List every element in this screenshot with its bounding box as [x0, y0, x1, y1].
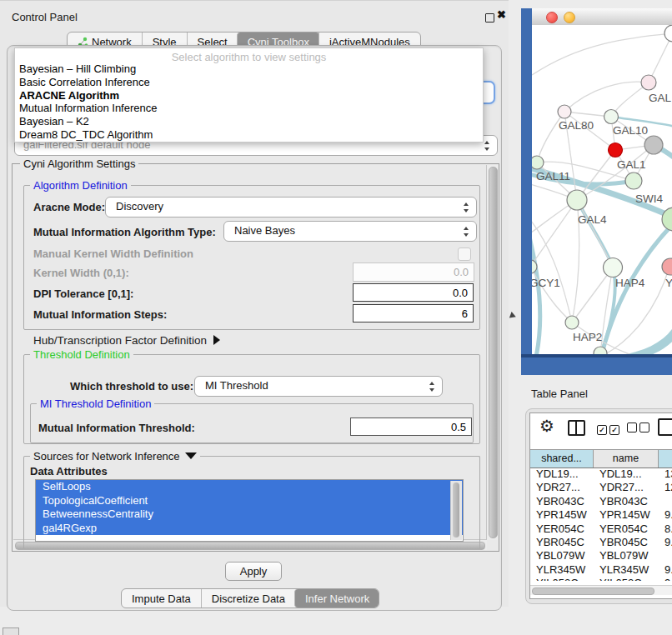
table-row[interactable]: YPR145WYPR145W9.: [530, 508, 672, 522]
close-traffic-light-icon[interactable]: [546, 12, 558, 23]
network-window-titlebar[interactable]: [532, 8, 672, 26]
attribute-item[interactable]: gal4RGexp: [36, 522, 463, 536]
algorithm-option[interactable]: Basic Correlation Inference: [15, 76, 483, 89]
table-row[interactable]: YDL19...YDL19...13: [530, 468, 672, 481]
algorithm-option[interactable]: Bayesian – Hill Climbing: [15, 62, 483, 76]
table-cell: [659, 549, 672, 562]
hub-definition-toggle[interactable]: Hub/Transcription Factor Definition: [33, 334, 220, 347]
table-row[interactable]: YBL079WYBL079W: [530, 549, 672, 562]
network-node[interactable]: [558, 105, 571, 118]
combo-spinner-icon: [429, 381, 436, 392]
node-table: ⚙ ✓✓ shared...name YDL19...YDL19...13YDR…: [529, 412, 672, 599]
mi-steps-field[interactable]: 6: [353, 304, 474, 322]
dpi-tolerance-field[interactable]: 0.0: [353, 283, 474, 302]
network-node[interactable]: [532, 156, 544, 169]
node-label: GAL11: [536, 170, 570, 182]
kernel-width-field[interactable]: 0.0: [353, 262, 474, 282]
network-node[interactable]: [664, 25, 672, 42]
network-node[interactable]: [662, 258, 672, 275]
minimize-traffic-light-icon[interactable]: [564, 12, 575, 23]
tab-label: Discretize Data: [212, 592, 285, 605]
minimized-window-icon[interactable]: [3, 628, 19, 635]
aracne-mode-label: Aracne Mode:: [33, 201, 105, 213]
table-cell: [659, 495, 672, 508]
table-cell: YDR27...: [530, 481, 594, 494]
table-cell: 8.: [659, 522, 672, 536]
network-node[interactable]: [567, 190, 587, 210]
data-attributes-list[interactable]: SelfLoopsTopologicalCoefficientBetweenne…: [35, 479, 464, 542]
table-row[interactable]: YIL052CYIL052C9: [530, 577, 672, 581]
network-node[interactable]: [644, 136, 663, 154]
mi-type-label: Mutual Information Algorithm Type:: [33, 226, 216, 238]
mi-type-combo[interactable]: Naive Bayes: [223, 221, 477, 242]
gear-icon[interactable]: ⚙: [539, 416, 554, 436]
table-cell: 9.: [659, 536, 672, 549]
table-cell: YBR045C: [530, 536, 594, 549]
tab-impute-data[interactable]: Impute Data: [122, 589, 201, 608]
data-attributes-label: Data Attributes: [30, 465, 108, 478]
network-node[interactable]: [604, 258, 623, 278]
split-view-icon[interactable]: [568, 420, 585, 436]
network-node[interactable]: [641, 75, 656, 90]
network-window-bottom-edge: [521, 354, 672, 358]
network-node[interactable]: [625, 172, 642, 189]
manual-kernel-label: Manual Kernel Width Definition: [33, 248, 193, 260]
combo-spinner-icon: [463, 202, 470, 213]
table-row[interactable]: YER054CYER054C8.: [530, 522, 672, 536]
which-threshold-combo[interactable]: MI Threshold: [194, 376, 443, 397]
network-canvas[interactable]: GALGAL80GAL10GAL1GAL11SWI4GAL4GCY1HAP4YH…: [532, 25, 672, 354]
apply-button[interactable]: Apply: [225, 562, 282, 581]
algorithm-option[interactable]: Mutual Information Inference: [15, 102, 483, 115]
control-panel-title: Control Panel: [12, 11, 78, 23]
column-header[interactable]: shared...: [530, 450, 594, 468]
screen: Control Panel ✖ NetworkStyleSelectCyni T…: [0, 0, 672, 635]
table-cell: YDL19...: [594, 468, 659, 481]
aracne-mode-combo[interactable]: Discovery: [105, 197, 477, 218]
node-label: GAL4: [578, 213, 607, 226]
tab-label: Impute Data: [132, 592, 191, 605]
table-cell: YBL079W: [530, 549, 594, 562]
combo-spinner-icon: [463, 226, 470, 238]
zoom-traffic-light-icon[interactable]: [581, 12, 591, 22]
mouse-cursor: [509, 312, 517, 320]
threshold-definition-title: Threshold Definition: [30, 348, 133, 361]
table-row[interactable]: YBR043CYBR043C: [530, 495, 672, 508]
network-node[interactable]: [604, 110, 619, 124]
tab-infer-network[interactable]: Infer Network: [294, 589, 379, 608]
tab-discretize-data[interactable]: Discretize Data: [201, 589, 295, 608]
mi-threshold-field[interactable]: 0.5: [350, 418, 472, 436]
algorithm-option[interactable]: Dream8 DC_TDC Algorithm: [15, 128, 483, 142]
network-node[interactable]: [609, 143, 623, 158]
table-row[interactable]: YDR27...YDR27...12: [530, 481, 672, 494]
algorithm-option[interactable]: Bayesian – K2: [15, 115, 483, 128]
deselect-all-columns-icon[interactable]: [627, 422, 652, 435]
which-threshold-value: MI Threshold: [195, 379, 268, 392]
table-cell: YPR145W: [530, 508, 594, 522]
select-all-columns-icon[interactable]: ✓✓: [597, 422, 622, 435]
table-body: YDL19...YDL19...13YDR27...YDR27...12YBR0…: [530, 468, 672, 581]
collapse-arrow-icon: [185, 452, 197, 459]
algorithm-option[interactable]: ARACNE Algorithm: [15, 89, 483, 102]
attributes-scrollbar[interactable]: [450, 481, 462, 540]
manual-kernel-checkbox[interactable]: [458, 248, 471, 261]
export-table-icon[interactable]: [658, 418, 672, 436]
table-horizontal-scrollbar[interactable]: [530, 585, 672, 595]
attribute-item[interactable]: TopologicalCoefficient: [36, 494, 463, 508]
algorithm-definition-title: Algorithm Definition: [30, 179, 131, 192]
float-window-icon[interactable]: [485, 13, 494, 22]
close-icon[interactable]: ✖: [497, 8, 506, 21]
table-row[interactable]: YBR045CYBR045C9.: [530, 536, 672, 549]
column-header[interactable]: [659, 450, 672, 468]
table-row[interactable]: YLR345WYLR345W9.: [530, 563, 672, 577]
column-header[interactable]: name: [594, 450, 659, 468]
table-header-row: shared...name: [530, 449, 672, 468]
settings-vertical-scrollbar[interactable]: [486, 165, 498, 540]
node-label: GAL1: [617, 158, 646, 171]
table-cell: YBL079W: [594, 549, 659, 562]
attribute-item[interactable]: SelfLoops: [36, 480, 463, 494]
attribute-item[interactable]: BetweennessCentrality: [36, 508, 463, 522]
kernel-width-label: Kernel Width (0,1):: [33, 267, 129, 279]
network-node[interactable]: [565, 316, 579, 329]
table-cell: YLR345W: [594, 563, 659, 577]
sources-toggle[interactable]: Sources for Network Inference: [30, 450, 200, 462]
